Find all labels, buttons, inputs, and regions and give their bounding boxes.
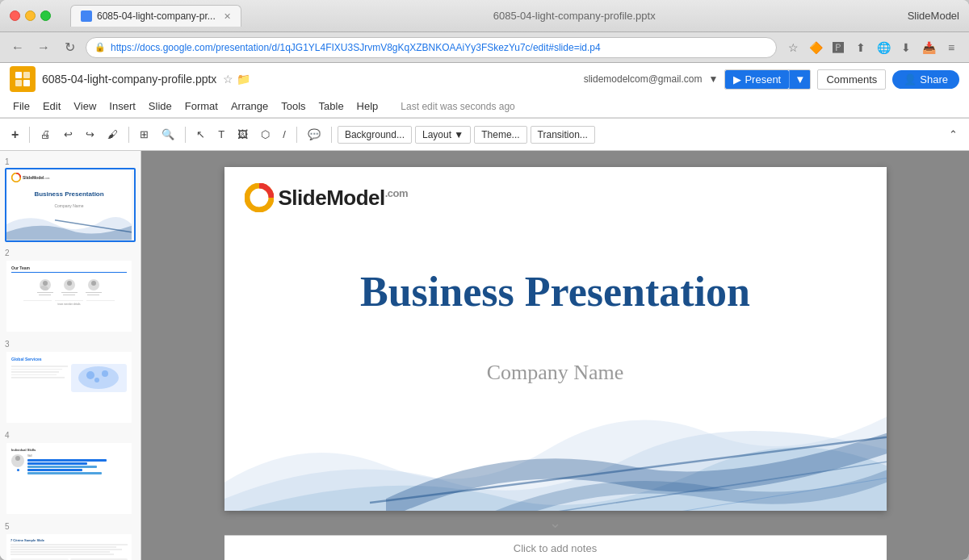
menu-table[interactable]: Table xyxy=(313,98,350,115)
app-container: 6085-04-light-company-profile.pptx ☆ 📁 s… xyxy=(0,63,969,560)
extension-icon-7[interactable]: ≡ xyxy=(942,38,961,57)
theme-button[interactable]: Theme... xyxy=(474,126,526,144)
slide-img-4: Individual Skills Sk xyxy=(6,443,132,514)
minimize-button[interactable] xyxy=(25,10,36,21)
slide-thumb-1[interactable]: 1 SlideModel.com xyxy=(5,157,136,242)
traffic-lights xyxy=(10,10,51,21)
paint-format-button[interactable]: 🖌 xyxy=(103,126,123,143)
present-dropdown-button[interactable]: ▼ xyxy=(789,70,810,89)
collapse-panel-button[interactable]: ⌃ xyxy=(944,126,963,143)
shape-tool[interactable]: ⬡ xyxy=(256,126,275,143)
redo-button[interactable]: ↪ xyxy=(81,126,99,143)
app-logo xyxy=(10,66,36,92)
logo-ring-svg xyxy=(245,183,274,212)
menu-format[interactable]: Format xyxy=(178,98,224,115)
logo-text: SlideModel.com xyxy=(279,186,409,211)
main-slide-title[interactable]: Business Presentation xyxy=(244,268,866,316)
svg-point-9 xyxy=(94,378,99,382)
slide-img-1: SlideModel.com Business Presentation Com… xyxy=(6,169,132,240)
menu-view[interactable]: View xyxy=(67,98,103,115)
slide-thumb-3[interactable]: 3 Global Services xyxy=(5,340,136,424)
slide-img-5: 7 Citrine Sample Slide xyxy=(6,534,132,560)
logo-com: .com xyxy=(385,187,408,199)
forward-button[interactable]: → xyxy=(34,38,53,57)
main-area: 1 SlideModel.com xyxy=(0,151,969,560)
slide-img-2: Our Team xyxy=(6,261,132,332)
maximize-button[interactable] xyxy=(40,10,51,21)
dropdown-arrow[interactable]: ▼ xyxy=(709,73,719,85)
svg-rect-2 xyxy=(15,80,22,86)
present-button[interactable]: ▶ Present xyxy=(725,70,789,89)
toolbar-sep-1 xyxy=(29,127,30,143)
tab-title: 6085-04-light-company-pr... xyxy=(97,10,216,22)
browser-addressbar: ← → ↻ 🔒 https://docs.google.com/presenta… xyxy=(0,32,969,63)
notes-area[interactable]: Click to add notes xyxy=(224,535,887,560)
menu-help[interactable]: Help xyxy=(350,98,385,115)
user-email: slidemodelcom@gmail.com xyxy=(584,73,703,85)
slide-thumb-4[interactable]: 4 Individual Skills xyxy=(5,431,136,516)
svg-point-8 xyxy=(102,370,108,377)
present-play-icon: ▶ xyxy=(733,73,741,86)
background-button[interactable]: Background... xyxy=(338,126,412,144)
tab-close-icon[interactable]: ✕ xyxy=(224,11,231,22)
slide-img-3: Global Services xyxy=(6,352,132,423)
extension-icon-1[interactable]: 🔶 xyxy=(806,38,825,57)
menu-slide[interactable]: Slide xyxy=(142,98,178,115)
comment-tool[interactable]: 💬 xyxy=(303,126,325,143)
transition-button[interactable]: Transition... xyxy=(531,126,595,144)
slide-logo: SlideModel.com xyxy=(245,183,409,212)
menu-insert[interactable]: Insert xyxy=(103,98,142,115)
svg-rect-1 xyxy=(23,72,30,78)
menubar: File Edit View Insert Slide Format Arran… xyxy=(0,95,969,118)
notes-placeholder: Click to add notes xyxy=(514,542,597,554)
svg-point-7 xyxy=(86,371,94,379)
menu-arrange[interactable]: Arrange xyxy=(224,98,275,115)
url-bar[interactable]: 🔒 https://docs.google.com/presentation/d… xyxy=(86,37,777,58)
extension-icon-2[interactable]: 🅿 xyxy=(828,38,848,57)
toolbar-sep-3 xyxy=(185,127,186,143)
extension-icon-5[interactable]: ⬇ xyxy=(896,38,916,57)
menu-file[interactable]: File xyxy=(6,98,36,115)
image-tool[interactable]: 🖼 xyxy=(233,126,253,143)
slide-panel: 1 SlideModel.com xyxy=(0,151,141,560)
slidemodel-label: SlideModel xyxy=(908,10,959,22)
lock-icon: 🔒 xyxy=(94,42,106,52)
layout-button[interactable]: Layout ▼ xyxy=(415,126,471,144)
line-tool[interactable]: / xyxy=(278,126,291,143)
notes-separator: ⌄ xyxy=(224,511,887,535)
close-button[interactable] xyxy=(10,10,20,21)
slide-thumb-2[interactable]: 2 Our Team xyxy=(5,249,136,333)
slide-thumb-5[interactable]: 5 7 Citrine Sample Slide xyxy=(5,522,136,560)
extension-icon-6[interactable]: 📥 xyxy=(919,38,938,57)
extension-icon-3[interactable]: ⬆ xyxy=(851,38,870,57)
zoom-button[interactable]: 🔍 xyxy=(157,126,179,143)
comments-button[interactable]: Comments xyxy=(817,69,886,90)
last-edit-status: Last edit was seconds ago xyxy=(401,101,514,112)
app-name-label: 6085-04-light-company-profile.pptx xyxy=(493,10,656,22)
svg-rect-0 xyxy=(15,72,22,78)
folder-icon[interactable]: 📁 xyxy=(237,73,250,86)
menu-tools[interactable]: Tools xyxy=(275,98,312,115)
toolbar-sep-2 xyxy=(128,127,129,143)
star-file-icon[interactable]: ☆ xyxy=(223,73,233,86)
menu-edit[interactable]: Edit xyxy=(36,98,67,115)
back-button[interactable]: ← xyxy=(8,38,27,57)
add-button[interactable]: + xyxy=(6,125,23,144)
extension-icon-4[interactable]: 🌐 xyxy=(874,38,893,57)
star-icon[interactable]: ☆ xyxy=(783,38,803,57)
share-button[interactable]: 👤 Share xyxy=(892,70,959,89)
zoom-fit-button[interactable]: ⊞ xyxy=(135,126,153,143)
select-tool[interactable]: ↖ xyxy=(191,126,210,143)
address-actions: ☆ 🔶 🅿 ⬆ 🌐 ⬇ 📥 ≡ xyxy=(783,38,961,57)
editor-area: SlideModel.com Business Presentation Com… xyxy=(141,151,969,560)
text-tool[interactable]: T xyxy=(213,126,229,143)
slide-canvas-inner: SlideModel.com Business Presentation Com… xyxy=(224,167,887,511)
browser-tab[interactable]: 6085-04-light-company-pr... ✕ xyxy=(70,5,241,27)
undo-button[interactable]: ↩ xyxy=(59,126,78,143)
refresh-button[interactable]: ↻ xyxy=(60,38,79,57)
slide-canvas[interactable]: SlideModel.com Business Presentation Com… xyxy=(224,167,887,511)
app-header: 6085-04-light-company-profile.pptx ☆ 📁 s… xyxy=(0,63,969,119)
toolbar-sep-5 xyxy=(331,127,332,143)
file-icons: ☆ 📁 xyxy=(223,73,250,86)
print-button[interactable]: 🖨 xyxy=(36,126,56,143)
